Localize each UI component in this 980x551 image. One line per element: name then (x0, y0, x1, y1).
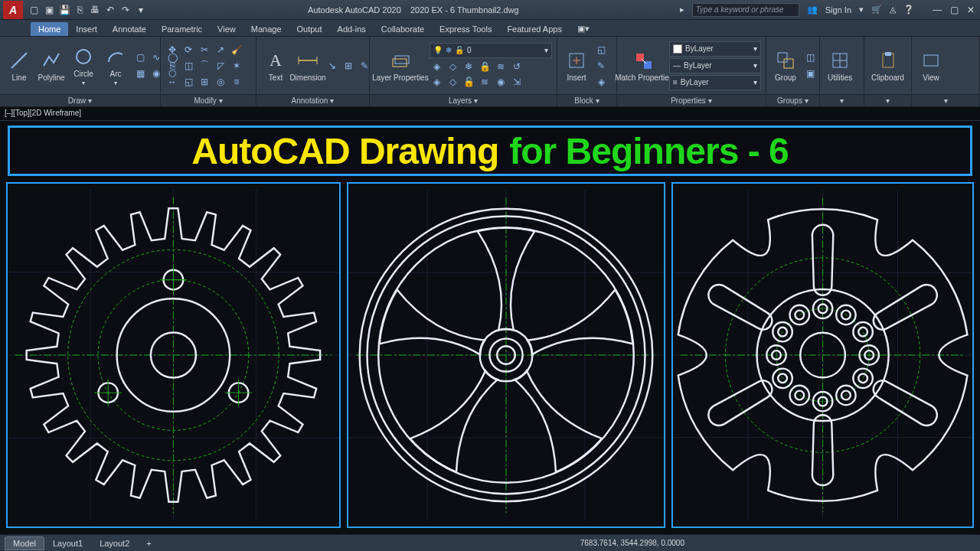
add-layout-button[interactable]: + (138, 536, 155, 550)
tab-featured[interactable]: Featured Apps (499, 22, 570, 36)
panel-modify-title[interactable]: Modify ▾ (161, 94, 256, 106)
layer-walk-icon[interactable]: ◉ (494, 75, 508, 89)
create-block-icon[interactable]: ◱ (594, 43, 608, 57)
tab-parametric[interactable]: Parametric (154, 22, 210, 36)
extend-icon[interactable]: ↗ (214, 43, 227, 57)
tab-home[interactable]: Home (31, 22, 68, 36)
maximize-icon[interactable]: ▢ (948, 5, 960, 15)
panel-annotation-title[interactable]: Annotation ▾ (256, 94, 369, 106)
tab-model[interactable]: Model (5, 536, 44, 550)
group-tool[interactable]: Group (771, 47, 800, 83)
panel-block-title[interactable]: Block ▾ (557, 94, 616, 106)
signin-label[interactable]: Sign In (825, 5, 851, 15)
layer-iso-icon[interactable]: ◈ (430, 60, 443, 73)
minimize-icon[interactable]: — (931, 5, 943, 15)
panel-draw-title[interactable]: Draw ▾ (0, 94, 160, 106)
match-properties-tool[interactable]: Match Properties (622, 48, 666, 83)
linetype-dropdown[interactable]: ≡ByLayer▾ (669, 75, 761, 90)
search-input[interactable]: Type a keyword or phrase (692, 3, 799, 17)
tab-express[interactable]: Express Tools (432, 22, 499, 36)
signin-icon[interactable]: 👥 (807, 5, 818, 15)
group-edit-icon[interactable]: ▣ (803, 67, 817, 80)
tab-addins[interactable]: Add-ins (330, 22, 374, 36)
chamfer-icon[interactable]: ◸ (214, 59, 227, 73)
saveas-icon[interactable]: ⎘ (74, 4, 86, 16)
hatch-icon[interactable]: ▦ (133, 67, 147, 80)
panel-clipboard-title[interactable]: ▾ (864, 94, 911, 106)
panel-layers-title[interactable]: Layers ▾ (370, 94, 557, 106)
align-icon[interactable]: ≡ (230, 75, 243, 89)
color-dropdown[interactable]: ByLayer▾ (669, 41, 761, 57)
circle-tool[interactable]: Circle▾ (69, 44, 98, 88)
layer-dropdown[interactable]: 💡❄🔓0▾ (430, 43, 552, 58)
move-icon[interactable]: ✥ (165, 43, 179, 57)
layer-merge-icon[interactable]: ⇲ (510, 75, 524, 89)
layer-freeze-icon[interactable]: ❄ (462, 60, 475, 73)
stretch-icon[interactable]: ↔ (165, 75, 179, 89)
polyline-tool[interactable]: Polyline (37, 47, 66, 83)
exchange-icon[interactable]: ▾ (859, 5, 864, 15)
view-tool[interactable]: View (916, 47, 946, 83)
qat-dropdown-icon[interactable]: ▾ (135, 4, 147, 16)
new-icon[interactable]: ▢ (28, 4, 40, 16)
search-triangle-icon[interactable]: ▸ (680, 5, 684, 15)
trim-icon[interactable]: ✂ (198, 43, 211, 57)
layer-thaw-icon[interactable]: ◇ (446, 75, 459, 89)
panel-properties-title[interactable]: Properties ▾ (617, 94, 766, 106)
layer-off-icon[interactable]: ◇ (446, 60, 459, 73)
layer-unlock-icon[interactable]: 🔓 (462, 75, 475, 89)
erase-icon[interactable]: 🧹 (230, 43, 243, 57)
tab-insert[interactable]: Insert (68, 22, 105, 36)
offset-icon[interactable]: ◎ (214, 75, 227, 89)
arc-tool[interactable]: Arc▾ (101, 44, 130, 88)
clipboard-tool[interactable]: Clipboard (869, 47, 906, 83)
tab-layout2[interactable]: Layout2 (91, 536, 138, 550)
panel-groups-title[interactable]: Groups ▾ (766, 94, 819, 106)
insert-tool[interactable]: Insert (562, 47, 591, 83)
layer-lock-icon[interactable]: 🔒 (478, 60, 492, 73)
drawing-canvas[interactable] (0, 121, 980, 534)
layer-properties-tool[interactable]: Layer Properties (374, 48, 426, 83)
mirror-icon[interactable]: ◫ (181, 59, 195, 73)
edit-block-icon[interactable]: ✎ (594, 59, 608, 73)
layer-on-icon[interactable]: ◈ (430, 75, 443, 89)
layer-prev-icon[interactable]: ↺ (510, 60, 524, 73)
redo-icon[interactable]: ↷ (119, 4, 132, 16)
help-icon[interactable]: ❔ (903, 5, 914, 15)
tab-view[interactable]: View (210, 22, 243, 36)
utilities-tool[interactable]: Utilities (825, 47, 855, 83)
panel-utilities-title[interactable]: ▾ (820, 94, 864, 106)
rect-icon[interactable]: ▢ (133, 51, 147, 64)
layer-state-icon[interactable]: ≋ (478, 75, 492, 89)
line-tool[interactable]: Line (5, 47, 34, 83)
tab-overflow-icon[interactable]: ▣▾ (570, 21, 597, 36)
undo-icon[interactable]: ↶ (104, 4, 116, 16)
app-logo[interactable]: A (3, 1, 23, 19)
ungroup-icon[interactable]: ◫ (803, 51, 817, 64)
rotate-icon[interactable]: ⟳ (181, 43, 195, 57)
attr-icon[interactable]: ◈ (594, 75, 608, 89)
viewport-controls[interactable]: [–][Top][2D Wireframe] (0, 107, 980, 121)
plot-icon[interactable]: 🖶 (89, 4, 101, 16)
scale-icon[interactable]: ◱ (181, 75, 195, 89)
tab-collaborate[interactable]: Collaborate (374, 22, 432, 36)
table-icon[interactable]: ⊞ (341, 59, 355, 73)
panel-view-title[interactable]: ▾ (912, 94, 979, 106)
layer-match-icon[interactable]: ≋ (494, 60, 508, 73)
tab-layout1[interactable]: Layout1 (44, 536, 91, 550)
fillet-icon[interactable]: ⌒ (198, 59, 211, 73)
app-store-icon[interactable]: ◬ (890, 5, 896, 15)
lineweight-dropdown[interactable]: —ByLayer▾ (669, 58, 761, 73)
open-icon[interactable]: ▣ (43, 4, 55, 16)
copy-icon[interactable]: ⎘ (165, 59, 179, 73)
tab-annotate[interactable]: Annotate (105, 22, 154, 36)
array-icon[interactable]: ⊞ (198, 75, 211, 89)
save-icon[interactable]: 💾 (58, 4, 70, 16)
explode-icon[interactable]: ✶ (230, 59, 243, 73)
cart-icon[interactable]: 🛒 (871, 5, 882, 15)
text-tool[interactable]: AText (261, 47, 290, 83)
leader-icon[interactable]: ↘ (325, 59, 339, 73)
tab-manage[interactable]: Manage (243, 22, 289, 36)
tab-output[interactable]: Output (289, 22, 330, 36)
close-icon[interactable]: ✕ (965, 5, 977, 15)
